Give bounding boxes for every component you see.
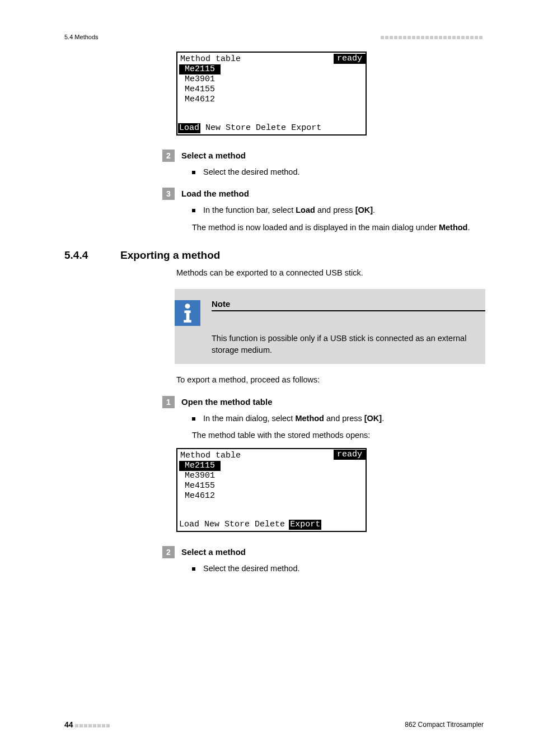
lcd2-func-store: Store [224,520,250,530]
step-2-bullet-text: Select the desired method. [203,166,300,178]
lcd2-func-load: Load [179,520,199,530]
note-title: Note [212,299,485,309]
step-1b-header: 1 Open the method table [162,396,484,408]
lcd1-func-export: Export [291,123,321,133]
lcd2-item-0: Me2115 [179,461,221,471]
note-body: This function is possible only if a USB … [212,333,485,356]
bullet-icon [192,417,195,421]
lcd1-funcbar: Load New Store Delete Export [179,123,364,133]
lcd1-item-0: Me2115 [179,64,221,74]
step-2b-bullet-text: Select the desired method. [203,563,300,574]
lcd1-title: Method table [179,54,241,64]
section-number: 5.4.4 [64,249,115,262]
lcd2-func-export: Export [289,520,321,530]
step-3-bullet: In the function bar, select Load and pre… [192,204,484,216]
step-1b-body: The method table with the stored methods… [192,430,484,441]
svg-rect-3 [184,320,191,323]
bullet-icon [192,567,195,571]
step-2-title: Select a method [181,150,246,160]
svg-point-0 [185,304,190,309]
lcd1-item-1: Me3901 [179,74,215,84]
section-5-4-4-header: 5.4.4 Exporting a method [64,249,484,262]
step-2b-header: 2 Select a method [162,546,484,558]
lcd1-func-new: New [205,123,221,133]
note-underline [212,310,485,311]
lcd2-item-1: Me3901 [179,471,215,480]
footer-doc-title: 862 Compact Titrosampler [405,721,484,729]
step-3-body: The method is now loaded and is displaye… [192,222,484,234]
bullet-icon [192,171,195,174]
lcd1-item-3: Me4612 [179,95,215,104]
page-footer: 44 862 Compact Titrosampler [64,720,484,729]
lcd2-item-2: Me4155 [179,481,215,491]
step-2-header: 2 Select a method [162,150,484,162]
bullet-icon [192,209,195,212]
footer-page-number: 44 [64,720,73,729]
step-1b-bullet-text: In the main dialog, select Method and pr… [203,413,384,424]
step-2b-title: Select a method [181,546,246,557]
lcd1-status: ready [334,54,366,64]
header-decoration [381,34,484,40]
note-callout: Note This function is possible only if a… [175,289,485,364]
lcd1-func-store: Store [226,123,251,133]
lcd-method-table-2: Method table ready Me2115 Me3901 Me4155 … [176,448,367,532]
section-title: Exporting a method [120,249,220,262]
header-left-text: 5.4 Methods [64,34,99,40]
export-intro: To export a method, proceed as follows: [176,374,484,386]
step-3-header: 3 Load the method [162,188,484,200]
lcd2-title: Method table [179,451,241,461]
step-3-number: 3 [162,188,175,200]
lcd1-func-load: Load [178,123,200,133]
step-2-bullet: Select the desired method. [192,166,484,178]
step-1b-bullet: In the main dialog, select Method and pr… [192,413,484,424]
lcd1-item-2: Me4155 [179,85,215,94]
lcd2-func-new: New [204,520,219,530]
step-2b-number: 2 [162,546,175,558]
step-3-bullet-text: In the function bar, select Load and pre… [203,204,375,216]
step-3-title: Load the method [181,188,249,198]
lcd1-func-delete: Delete [256,123,286,133]
lcd2-funcbar: Load New Store Delete Export [179,520,364,530]
lcd2-func-delete: Delete [255,520,285,530]
lcd-method-table-1: Method table ready Me2115 Me3901 Me4155 … [176,52,367,136]
step-2b-bullet: Select the desired method. [192,563,484,574]
step-1b-title: Open the method table [181,396,273,407]
lcd2-item-3: Me4612 [179,491,215,501]
section-intro: Methods can be exported to a connected U… [176,267,484,279]
info-icon [175,300,200,326]
footer-decoration [75,721,111,729]
lcd2-status: ready [334,450,366,460]
step-1b-number: 1 [162,396,175,408]
step-2-number: 2 [162,150,175,162]
